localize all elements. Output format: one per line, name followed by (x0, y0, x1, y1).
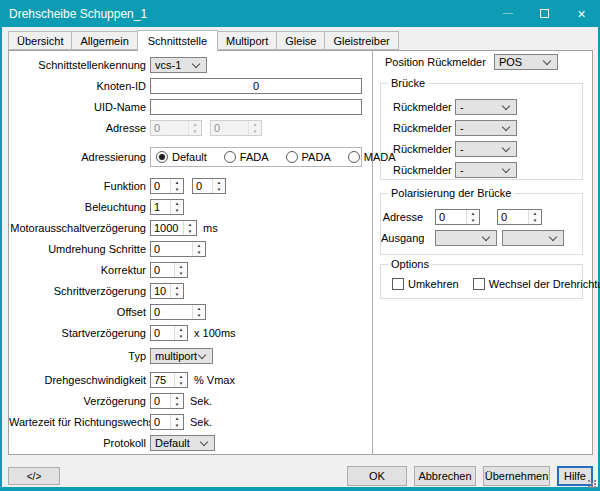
radio-fada[interactable]: FADA (224, 151, 269, 163)
beleuchtung-spinner[interactable]: 1▲▼ (150, 199, 184, 215)
protokoll-dropdown[interactable]: Default (150, 435, 215, 451)
ruckmelder-2-dropdown-value: - (460, 122, 464, 134)
spin-down-icon[interactable]: ▼ (173, 292, 182, 297)
spin-down-icon[interactable]: ▼ (195, 313, 204, 318)
spin-down-icon[interactable]: ▼ (186, 229, 195, 234)
tab-gleise[interactable]: Gleise (276, 31, 325, 50)
close-button[interactable]: × (563, 0, 600, 27)
tab-gleistreiber[interactable]: Gleistreiber (324, 31, 398, 50)
typ-dropdown[interactable]: multiport (150, 348, 213, 364)
form-row-wartezeit-fur-richtungswechsel: Wartezeit für Richtungswechsel0▲▼Sek. (9, 414, 372, 430)
ausgang-dropdown[interactable] (502, 230, 564, 246)
funktion-spinner-arrows: ▲▼ (212, 179, 225, 193)
ruckmelder-3-dropdown[interactable]: - (455, 141, 517, 157)
spin-up-icon[interactable]: ▲ (177, 264, 186, 269)
form-row-adressierung: AdressierungDefaultFADAPADAMADA (9, 149, 372, 165)
tab-schnittstelle[interactable]: Schnittstelle (137, 30, 218, 51)
schrittverzogerung-spinner[interactable]: 10▲▼ (150, 283, 184, 299)
verzogerung-spinner[interactable]: 0▲▼ (150, 393, 184, 409)
drehgeschwindigkeit-spinner[interactable]: 75▲▼ (150, 372, 188, 388)
spin-down-icon[interactable]: ▼ (173, 187, 182, 192)
form-row-korrektur: Korrektur0▲▼ (9, 262, 372, 278)
footer-buttons: OKAbbrechenÜbernehmenHilfe (347, 466, 593, 486)
form-row-ruckmelder-2: Rückmelder 2- (381, 120, 582, 136)
spin-down-icon[interactable]: ▼ (469, 218, 478, 223)
adresse-spinner[interactable]: 0▲▼ (497, 209, 542, 225)
spin-up-icon[interactable]: ▲ (186, 222, 195, 227)
chevron-down-icon (192, 59, 200, 67)
spin-down-icon[interactable]: ▼ (215, 187, 224, 192)
offset-spinner-arrows: ▲▼ (192, 305, 205, 319)
spin-down-icon[interactable]: ▼ (173, 423, 182, 428)
wartezeit-fur-richtungswechsel-suffix: Sek. (190, 416, 212, 428)
abbrechen-button[interactable]: Abbrechen (414, 466, 476, 486)
resize-grip[interactable] (588, 480, 597, 489)
ruckmelder-1-dropdown[interactable]: - (455, 99, 517, 115)
ubernehmen-button[interactable]: Übernehmen (483, 466, 550, 486)
ruckmelder-4-dropdown[interactable]: - (455, 162, 517, 178)
funktion-spinner[interactable]: 0▲▼ (192, 178, 226, 194)
motorausschaltverzogerung-spinner-arrows: ▲▼ (183, 221, 196, 235)
spin-down-icon[interactable]: ▼ (195, 250, 204, 255)
spin-down-icon[interactable]: ▼ (173, 208, 182, 213)
wartezeit-fur-richtungswechsel-spinner[interactable]: 0▲▼ (150, 414, 184, 430)
funktion-label: Funktion (9, 180, 146, 192)
checkbox-umkehren[interactable]: Umkehren (392, 278, 459, 290)
minimize-button[interactable] (489, 0, 526, 27)
spin-up-icon[interactable]: ▲ (173, 180, 182, 185)
code-button[interactable]: </> (8, 467, 60, 485)
offset-spinner[interactable]: 0▲▼ (150, 304, 206, 320)
tab-ubersicht-label: Übersicht (17, 35, 63, 47)
umdrehung-schritte-spinner[interactable]: 0▲▼ (150, 241, 206, 257)
motorausschaltverzogerung-spinner[interactable]: 1000▲▼ (150, 220, 197, 236)
ok-button[interactable]: OK (347, 466, 407, 486)
knoten-id-input[interactable]: 0 (150, 78, 362, 94)
spin-up-icon[interactable]: ▲ (177, 327, 186, 332)
schnittstellenkennung-dropdown[interactable]: vcs-1 (150, 57, 207, 73)
spin-down-icon[interactable]: ▼ (177, 334, 186, 339)
radio-pada[interactable]: PADA (286, 151, 331, 163)
spin-up-icon[interactable]: ▲ (195, 243, 204, 248)
adresse-spinner[interactable]: 0▲▼ (435, 209, 480, 225)
bruecke-group-title: Brücke (388, 77, 428, 89)
ausgang-dropdown[interactable] (435, 230, 497, 246)
spin-up-icon[interactable]: ▲ (177, 374, 186, 379)
tab-multiport[interactable]: Multiport (217, 31, 277, 50)
spin-up-icon[interactable]: ▲ (469, 211, 478, 216)
spin-down-icon[interactable]: ▼ (177, 271, 186, 276)
korrektur-spinner[interactable]: 0▲▼ (150, 262, 188, 278)
tab-ubersicht[interactable]: Übersicht (8, 31, 72, 50)
spin-up-icon[interactable]: ▲ (215, 180, 224, 185)
adresse-spinner-value: 0 (436, 210, 466, 224)
funktion-spinner[interactable]: 0▲▼ (150, 178, 184, 194)
knoten-id-label: Knoten-ID (9, 80, 146, 92)
spin-down-icon[interactable]: ▼ (177, 381, 186, 386)
maximize-button[interactable] (526, 0, 563, 27)
spin-up-icon[interactable]: ▲ (173, 201, 182, 206)
radio-dot-icon (156, 151, 168, 163)
ruckmelder-4-label: Rückmelder 4 (393, 164, 455, 176)
checkbox-wechsel-der-drehrichtung-label: Wechsel der Drehrichtung (489, 278, 600, 290)
chevron-down-icon (543, 56, 551, 64)
spin-up-icon[interactable]: ▲ (173, 416, 182, 421)
beleuchtung-spinner-value: 1 (151, 200, 170, 214)
tab-bar: ÜbersichtAllgemeinSchnittstelleMultiport… (8, 29, 398, 50)
spin-down-icon[interactable]: ▼ (173, 402, 182, 407)
spin-up-icon[interactable]: ▲ (173, 395, 182, 400)
tab-gleise-label: Gleise (285, 35, 316, 47)
startverzogerung-spinner[interactable]: 0▲▼ (150, 325, 188, 341)
tab-allgemein[interactable]: Allgemein (71, 31, 137, 50)
form-row-typ: Typmultiport (9, 348, 372, 364)
uid-name-input[interactable] (150, 99, 362, 115)
ruckmelder-2-dropdown[interactable]: - (455, 120, 517, 136)
korrektur-label: Korrektur (9, 264, 146, 276)
spin-up-icon[interactable]: ▲ (173, 285, 182, 290)
funktion-spinner-value: 0 (151, 179, 170, 193)
spin-up-icon[interactable]: ▲ (195, 306, 204, 311)
checkbox-wechsel-der-drehrichtung[interactable]: Wechsel der Drehrichtung (473, 278, 600, 290)
position-rueckmelder-dropdown[interactable]: POS (494, 54, 558, 70)
radio-default[interactable]: Default (156, 151, 207, 163)
spin-down-icon[interactable]: ▼ (531, 218, 540, 223)
spin-down-icon: ▼ (191, 129, 200, 134)
spin-up-icon[interactable]: ▲ (531, 211, 540, 216)
